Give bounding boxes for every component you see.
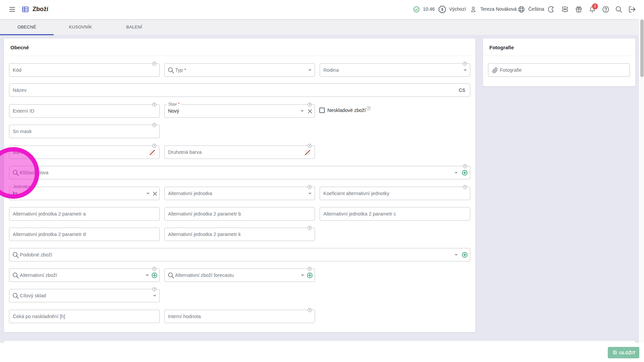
svg-text:$: $	[441, 7, 443, 11]
